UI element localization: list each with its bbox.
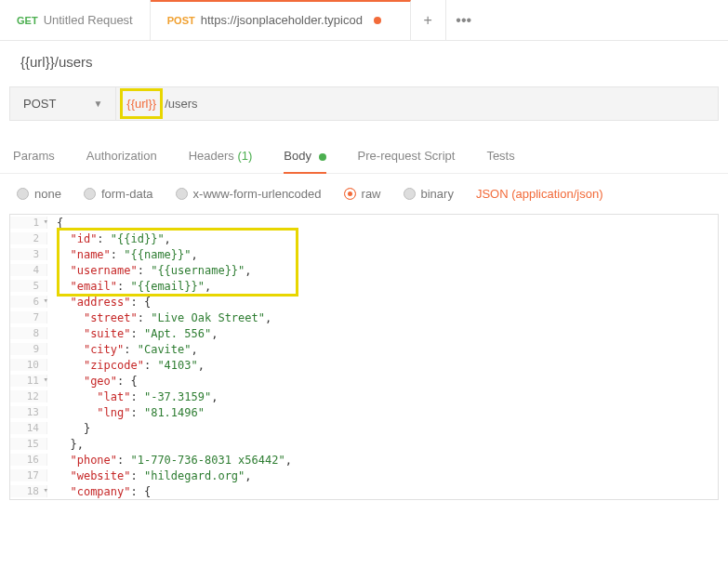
code-content: "suite": "Apt. 556", <box>47 327 218 340</box>
tab-params[interactable]: Params <box>13 149 55 173</box>
code-line[interactable]: 14 } <box>10 420 718 436</box>
code-line[interactable]: 15 }, <box>10 436 718 452</box>
code-line[interactable]: 5 "email": "{{email}}", <box>10 278 718 294</box>
line-number: 3 <box>10 248 47 260</box>
body-opt-formdata[interactable]: form-data <box>84 187 153 201</box>
tabs-bar: GET Untitled Request POST https://jsonpl… <box>0 0 728 41</box>
tab-post-jsonplaceholder[interactable]: POST https://jsonplaceholder.typicod <box>151 0 411 40</box>
code-content: "name": "{{name}}", <box>47 248 198 261</box>
code-content: "street": "Live Oak Street", <box>47 311 271 324</box>
line-number: 14 <box>10 422 47 434</box>
url-variable: {{url}} <box>126 97 156 111</box>
tab-headers[interactable]: Headers (1) <box>189 149 253 173</box>
request-section-tabs: Params Authorization Headers (1) Body Pr… <box>0 121 728 174</box>
plus-icon: + <box>424 12 432 29</box>
line-number: 2 <box>10 232 47 244</box>
request-name[interactable]: {{url}}/users <box>0 41 728 83</box>
tab-authorization[interactable]: Authorization <box>86 149 157 173</box>
line-number: 9 <box>10 343 47 355</box>
tab-title: https://jsonplaceholder.typicod <box>201 13 363 27</box>
body-editor[interactable]: 1▾{2 "id": "{{id}}",3 "name": "{{name}}"… <box>9 214 719 500</box>
new-tab-button[interactable]: + <box>411 0 446 40</box>
unsaved-dot-icon <box>374 17 381 24</box>
radio-icon <box>404 188 416 200</box>
code-line[interactable]: 10 "zipcode": "4103", <box>10 357 718 373</box>
line-number: 12 <box>10 390 47 402</box>
line-number: 7 <box>10 311 47 323</box>
code-line[interactable]: 1▾{ <box>10 215 718 231</box>
code-line[interactable]: 7 "street": "Live Oak Street", <box>10 310 718 325</box>
line-number: 8 <box>10 327 47 339</box>
line-number: 10 <box>10 359 47 371</box>
tab-get-untitled[interactable]: GET Untitled Request <box>0 0 151 40</box>
code-content: "id": "{{id}}", <box>47 232 171 245</box>
radio-icon <box>176 188 188 200</box>
tab-prerequest[interactable]: Pre-request Script <box>358 149 456 173</box>
tab-menu-button[interactable]: ••• <box>446 0 482 40</box>
line-number: 15 <box>10 438 47 450</box>
code-content: } <box>47 422 90 435</box>
line-number: 1▾ <box>10 217 47 229</box>
url-path: /users <box>163 97 199 111</box>
radio-icon <box>344 188 356 200</box>
ellipsis-icon: ••• <box>456 12 471 29</box>
code-content: "lat": "-37.3159", <box>47 390 218 403</box>
code-line[interactable]: 17 "website": "hildegard.org", <box>10 468 718 483</box>
code-content: "geo": { <box>47 375 138 388</box>
code-content: "lng": "81.1496" <box>47 406 205 419</box>
radio-icon <box>17 188 29 200</box>
body-opt-urlencoded[interactable]: x-www-form-urlencoded <box>176 187 322 201</box>
line-number: 18▾ <box>10 485 47 497</box>
tab-body[interactable]: Body <box>284 149 325 174</box>
code-line[interactable]: 6▾ "address": { <box>10 294 718 310</box>
code-line[interactable]: 9 "city": "Cavite", <box>10 341 718 357</box>
body-opt-none[interactable]: none <box>17 187 61 201</box>
headers-count: (1) <box>237 149 252 163</box>
content-type-dropdown[interactable]: JSON (application/json) <box>476 187 603 201</box>
line-number: 13 <box>10 406 47 418</box>
code-line[interactable]: 11▾ "geo": { <box>10 373 718 389</box>
code-line[interactable]: 16 "phone": "1-770-736-8031 x56442", <box>10 452 718 468</box>
code-content: }, <box>47 438 84 451</box>
method-badge: POST <box>167 15 195 26</box>
code-content: "phone": "1-770-736-8031 x56442", <box>47 454 292 467</box>
method-badge: GET <box>17 15 38 26</box>
line-number: 17 <box>10 469 47 481</box>
tab-tests[interactable]: Tests <box>486 149 514 173</box>
line-number: 16 <box>10 454 47 466</box>
chevron-down-icon: ▼ <box>93 99 102 109</box>
method-dropdown[interactable]: POST ▼ <box>10 87 116 120</box>
code-content: "website": "hildegard.org", <box>47 469 252 482</box>
code-content: "city": "Cavite", <box>47 343 198 356</box>
code-content: "address": { <box>47 296 151 309</box>
tab-title: Untitled Request <box>44 13 133 27</box>
code-line[interactable]: 2 "id": "{{id}}", <box>10 231 718 246</box>
code-content: { <box>47 217 63 230</box>
code-line[interactable]: 3 "name": "{{name}}", <box>10 246 718 262</box>
code-line[interactable]: 13 "lng": "81.1496" <box>10 404 718 420</box>
body-active-dot-icon <box>319 153 326 161</box>
radio-icon <box>84 188 96 200</box>
url-variable-highlight: {{url}} <box>120 88 163 119</box>
code-line[interactable]: 4 "username": "{{username}}", <box>10 262 718 278</box>
body-opt-binary[interactable]: binary <box>404 187 454 201</box>
line-number: 5 <box>10 280 47 292</box>
url-input[interactable]: {{url}} /users <box>116 87 718 120</box>
line-number: 6▾ <box>10 296 47 308</box>
fold-icon[interactable]: ▾ <box>44 485 48 494</box>
fold-icon[interactable]: ▾ <box>44 217 48 226</box>
code-line[interactable]: 18▾ "company": { <box>10 483 718 499</box>
line-number: 11▾ <box>10 375 47 387</box>
method-label: POST <box>23 97 56 111</box>
code-line[interactable]: 8 "suite": "Apt. 556", <box>10 325 718 341</box>
fold-icon[interactable]: ▾ <box>44 296 48 305</box>
body-opt-raw[interactable]: raw <box>344 187 381 201</box>
code-content: "company": { <box>47 485 151 498</box>
fold-icon[interactable]: ▾ <box>44 375 48 384</box>
body-type-options: none form-data x-www-form-urlencoded raw… <box>0 174 728 214</box>
code-content: "username": "{{username}}", <box>47 264 252 277</box>
request-url-row: POST ▼ {{url}} /users <box>9 86 719 121</box>
code-content: "email": "{{email}}", <box>47 280 211 293</box>
code-line[interactable]: 12 "lat": "-37.3159", <box>10 389 718 404</box>
code-content: "zipcode": "4103", <box>47 359 205 372</box>
